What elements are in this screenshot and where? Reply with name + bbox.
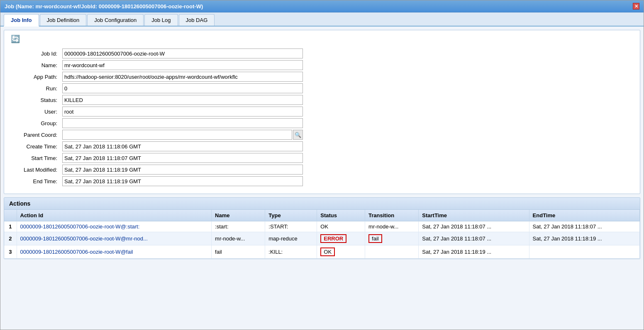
row-end-time (529, 245, 639, 259)
label-group: Group: (11, 117, 61, 129)
label-job-id: Job Id: (11, 48, 61, 59)
label-create-time: Create Time: (11, 141, 61, 152)
input-parent-coord[interactable] (62, 130, 292, 140)
row-status: OK (317, 245, 365, 259)
value-start-time (61, 152, 633, 164)
tab-job-info[interactable]: Job Info (4, 14, 39, 27)
main-window: Job (Name: mr-wordcount-wf/JobId: 000000… (0, 0, 644, 330)
table-row: 2 0000009-180126005007006-oozie-root-W@m… (4, 232, 640, 245)
label-start-time: Start Time: (11, 152, 61, 164)
input-start-time[interactable] (62, 153, 303, 163)
label-parent-coord: Parent Coord: (11, 129, 61, 141)
table-row: 3 0000009-180126005007006-oozie-root-W@f… (4, 245, 640, 259)
value-job-id (61, 48, 633, 59)
tab-bar: Job Info Job Definition Job Configuratio… (0, 12, 644, 27)
field-name: Name: (11, 59, 633, 71)
row-transition: mr-node-w... (365, 221, 419, 232)
transition-value: mr-node-w... (368, 223, 398, 230)
field-end-time: End Time: (11, 175, 633, 187)
parent-coord-search-button[interactable]: 🔍 (293, 130, 303, 140)
window-title: Job (Name: mr-wordcount-wf/JobId: 000000… (5, 3, 203, 10)
row-name: :start: (212, 221, 265, 232)
input-job-id[interactable] (62, 49, 303, 58)
job-info-table: Job Id: Name: App Path: (11, 48, 633, 187)
col-header-action-id: Action Id (17, 210, 212, 221)
field-parent-coord: Parent Coord: 🔍 (11, 129, 633, 141)
value-app-path (61, 71, 633, 82)
row-end-time: Sat, 27 Jan 2018 11:18:19 ... (529, 232, 639, 245)
status-badge: OK (320, 248, 335, 256)
col-header-status: Status (317, 210, 365, 221)
parent-coord-container: 🔍 (62, 130, 632, 140)
label-app-path: App Path: (11, 71, 61, 82)
status-badge: ERROR (320, 234, 346, 243)
input-run[interactable] (62, 83, 303, 93)
field-status: Status: (11, 94, 633, 106)
actions-header: Actions (4, 198, 640, 210)
close-button[interactable]: ✕ (633, 3, 639, 10)
row-transition (365, 245, 419, 259)
row-start-time: Sat, 27 Jan 2018 11:18:19 ... (419, 245, 529, 259)
value-create-time (61, 141, 633, 152)
row-type: :START: (265, 221, 317, 232)
field-user: User: (11, 106, 633, 117)
value-run (61, 82, 633, 94)
row-action-id[interactable]: 0000009-180126005007006-oozie-root-W@:st… (17, 221, 212, 232)
input-app-path[interactable] (62, 72, 303, 82)
col-header-end-time: EndTime (529, 210, 639, 221)
value-last-modified (61, 164, 633, 175)
title-bar: Job (Name: mr-wordcount-wf/JobId: 000000… (0, 0, 644, 12)
row-num: 1 (4, 221, 17, 232)
col-header-transition: Transition (365, 210, 419, 221)
col-header-num (4, 210, 17, 221)
tab-job-dag[interactable]: Job DAG (179, 14, 215, 26)
tab-job-configuration[interactable]: Job Configuration (87, 14, 144, 26)
status-badge: OK (320, 223, 328, 230)
actions-panel: Actions Action Id Name Type Status Trans… (4, 197, 640, 259)
row-type: :KILL: (265, 245, 317, 259)
field-app-path: App Path: (11, 71, 633, 82)
field-group: Group: (11, 117, 633, 129)
label-last-modified: Last Modified: (11, 164, 61, 175)
field-job-id: Job Id: (11, 48, 633, 59)
label-status: Status: (11, 94, 61, 106)
col-header-name: Name (212, 210, 265, 221)
row-name: fail (212, 245, 265, 259)
label-run: Run: (11, 82, 61, 94)
input-name[interactable] (62, 60, 303, 70)
input-user[interactable] (62, 107, 303, 116)
row-status: ERROR (317, 232, 365, 245)
row-start-time: Sat, 27 Jan 2018 11:18:07 ... (419, 232, 529, 245)
col-header-start-time: StartTime (419, 210, 529, 221)
value-parent-coord: 🔍 (61, 129, 633, 141)
row-end-time: Sat, 27 Jan 2018 11:18:07 ... (529, 221, 639, 232)
row-num: 3 (4, 245, 17, 259)
row-action-id[interactable]: 0000009-180126005007006-oozie-root-W@fai… (17, 245, 212, 259)
table-row: 1 0000009-180126005007006-oozie-root-W@:… (4, 221, 640, 232)
row-num: 2 (4, 232, 17, 245)
value-name (61, 59, 633, 71)
input-last-modified[interactable] (62, 165, 303, 175)
field-last-modified: Last Modified: (11, 164, 633, 175)
field-create-time: Create Time: (11, 141, 633, 152)
col-header-type: Type (265, 210, 317, 221)
label-user: User: (11, 106, 61, 117)
refresh-button[interactable]: 🔄 (11, 34, 20, 44)
tab-job-definition[interactable]: Job Definition (40, 14, 87, 26)
content-area: 🔄 Job Id: Name: (0, 27, 644, 330)
input-group[interactable] (62, 118, 303, 128)
value-user (61, 106, 633, 117)
row-start-time: Sat, 27 Jan 2018 11:18:07 ... (419, 221, 529, 232)
input-create-time[interactable] (62, 141, 303, 151)
input-end-time[interactable] (62, 176, 303, 186)
field-run: Run: (11, 82, 633, 94)
input-status[interactable] (62, 95, 303, 105)
label-end-time: End Time: (11, 175, 61, 187)
row-transition: fail (365, 232, 419, 245)
transition-badge: fail (368, 234, 382, 243)
refresh-icon: 🔄 (11, 35, 20, 43)
tab-job-log[interactable]: Job Log (144, 14, 178, 26)
value-group (61, 117, 633, 129)
row-type: map-reduce (265, 232, 317, 245)
row-action-id[interactable]: 0000009-180126005007006-oozie-root-W@mr-… (17, 232, 212, 245)
